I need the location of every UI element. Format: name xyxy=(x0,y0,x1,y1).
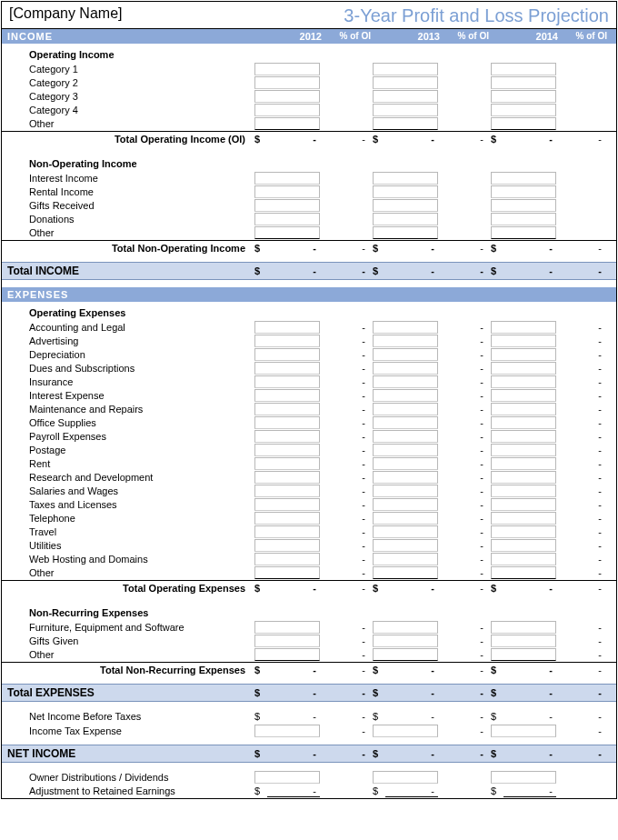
input-cell[interactable] xyxy=(254,725,320,737)
input-cell[interactable] xyxy=(373,375,438,388)
input-cell[interactable] xyxy=(254,621,320,634)
input-cell[interactable] xyxy=(491,539,556,552)
input-cell[interactable] xyxy=(491,117,556,130)
input-cell[interactable] xyxy=(491,485,556,497)
input-cell[interactable] xyxy=(491,621,556,634)
input-cell[interactable] xyxy=(491,172,556,185)
input-cell[interactable] xyxy=(254,348,320,361)
input-cell[interactable] xyxy=(254,226,320,239)
input-cell[interactable] xyxy=(373,362,438,375)
input-cell[interactable] xyxy=(254,185,320,198)
input-cell[interactable] xyxy=(373,213,438,225)
input-cell[interactable] xyxy=(373,199,438,212)
input-cell[interactable] xyxy=(491,63,556,75)
input-cell[interactable] xyxy=(373,553,438,565)
input-cell[interactable] xyxy=(373,566,438,579)
input-cell[interactable] xyxy=(491,725,556,737)
input-cell[interactable] xyxy=(491,430,556,443)
input-cell[interactable] xyxy=(254,635,320,647)
input-cell[interactable] xyxy=(254,76,320,89)
input-cell[interactable] xyxy=(373,648,438,661)
input-cell[interactable] xyxy=(373,63,438,75)
input-cell[interactable] xyxy=(254,648,320,661)
input-cell[interactable] xyxy=(254,389,320,402)
input-cell[interactable] xyxy=(254,416,320,429)
input-cell[interactable] xyxy=(373,635,438,647)
input-cell[interactable] xyxy=(254,403,320,415)
input-cell[interactable] xyxy=(491,457,556,470)
input-cell[interactable] xyxy=(254,539,320,552)
input-cell[interactable] xyxy=(373,771,438,784)
input-cell[interactable] xyxy=(254,485,320,497)
input-cell[interactable] xyxy=(373,348,438,361)
input-cell[interactable] xyxy=(373,76,438,89)
input-cell[interactable] xyxy=(373,471,438,484)
input-cell[interactable] xyxy=(373,430,438,443)
input-cell[interactable] xyxy=(373,104,438,116)
input-cell[interactable] xyxy=(254,771,320,784)
input-cell[interactable] xyxy=(254,63,320,75)
input-cell[interactable] xyxy=(491,185,556,198)
input-cell[interactable] xyxy=(373,539,438,552)
input-cell[interactable] xyxy=(373,321,438,334)
input-cell[interactable] xyxy=(491,199,556,212)
input-cell[interactable] xyxy=(373,403,438,415)
input-cell[interactable] xyxy=(254,566,320,579)
input-cell[interactable] xyxy=(491,635,556,647)
input-cell[interactable] xyxy=(254,362,320,375)
input-cell[interactable] xyxy=(254,321,320,334)
input-cell[interactable] xyxy=(254,213,320,225)
input-cell[interactable] xyxy=(373,226,438,239)
input-cell[interactable] xyxy=(373,457,438,470)
input-cell[interactable] xyxy=(373,185,438,198)
input-cell[interactable] xyxy=(491,471,556,484)
input-cell[interactable] xyxy=(491,771,556,784)
input-cell[interactable] xyxy=(373,389,438,402)
input-cell[interactable] xyxy=(373,512,438,525)
input-cell[interactable] xyxy=(254,498,320,511)
input-cell[interactable] xyxy=(254,430,320,443)
input-cell[interactable] xyxy=(491,213,556,225)
input-cell[interactable] xyxy=(491,348,556,361)
input-cell[interactable] xyxy=(491,321,556,334)
input-cell[interactable] xyxy=(491,512,556,525)
input-cell[interactable] xyxy=(373,335,438,347)
input-cell[interactable] xyxy=(373,525,438,538)
input-cell[interactable] xyxy=(254,375,320,388)
input-cell[interactable] xyxy=(491,335,556,347)
input-cell[interactable] xyxy=(254,457,320,470)
input-cell[interactable] xyxy=(254,444,320,456)
input-cell[interactable] xyxy=(254,104,320,116)
input-cell[interactable] xyxy=(373,498,438,511)
input-cell[interactable] xyxy=(254,335,320,347)
input-cell[interactable] xyxy=(491,403,556,415)
input-cell[interactable] xyxy=(491,362,556,375)
input-cell[interactable] xyxy=(254,117,320,130)
input-cell[interactable] xyxy=(254,525,320,538)
input-cell[interactable] xyxy=(491,76,556,89)
input-cell[interactable] xyxy=(373,444,438,456)
input-cell[interactable] xyxy=(491,444,556,456)
input-cell[interactable] xyxy=(373,416,438,429)
input-cell[interactable] xyxy=(254,512,320,525)
input-cell[interactable] xyxy=(491,90,556,103)
input-cell[interactable] xyxy=(491,525,556,538)
input-cell[interactable] xyxy=(254,172,320,185)
input-cell[interactable] xyxy=(373,725,438,737)
input-cell[interactable] xyxy=(254,471,320,484)
input-cell[interactable] xyxy=(491,648,556,661)
input-cell[interactable] xyxy=(491,566,556,579)
input-cell[interactable] xyxy=(491,416,556,429)
input-cell[interactable] xyxy=(491,226,556,239)
input-cell[interactable] xyxy=(373,485,438,497)
input-cell[interactable] xyxy=(373,621,438,634)
input-cell[interactable] xyxy=(491,498,556,511)
input-cell[interactable] xyxy=(491,104,556,116)
input-cell[interactable] xyxy=(373,90,438,103)
input-cell[interactable] xyxy=(491,389,556,402)
input-cell[interactable] xyxy=(491,553,556,565)
input-cell[interactable] xyxy=(254,199,320,212)
input-cell[interactable] xyxy=(491,375,556,388)
input-cell[interactable] xyxy=(254,553,320,565)
input-cell[interactable] xyxy=(373,117,438,130)
